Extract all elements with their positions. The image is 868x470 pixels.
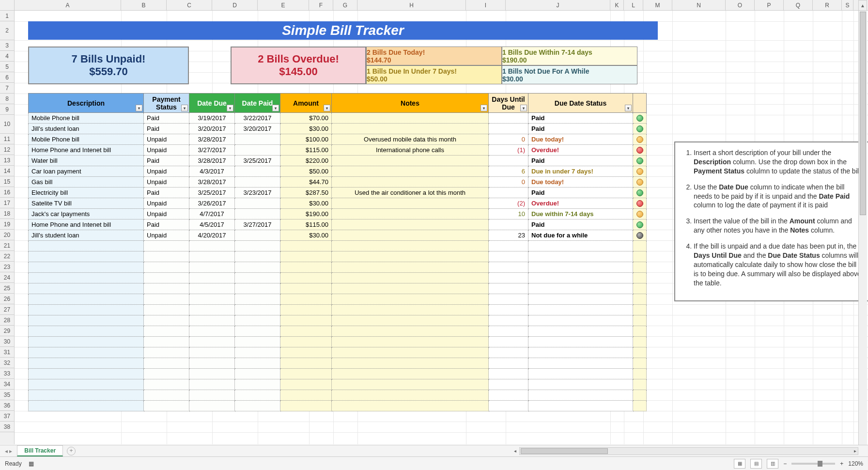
row-header-2[interactable]: 2	[0, 21, 14, 40]
row-header-13[interactable]: 13	[0, 155, 14, 166]
row-header-26[interactable]: 26	[0, 294, 14, 304]
row-header-4[interactable]: 4	[0, 51, 14, 62]
cell-description[interactable]: Electricity bill	[29, 188, 144, 198]
cell-status[interactable]: Not due for a while	[528, 230, 633, 241]
table-row-empty[interactable]	[29, 251, 647, 262]
table-row[interactable]: Car loan paymentUnpaid4/3/2017$50.006Due…	[29, 166, 647, 177]
row-header-19[interactable]: 19	[0, 219, 14, 230]
cell-status[interactable]: Due today!	[528, 134, 633, 145]
cell-date-due[interactable]: 4/5/2017	[189, 219, 235, 230]
column-header-O[interactable]: O	[726, 0, 755, 10]
cell-days-until-due[interactable]: 6	[489, 166, 528, 177]
cell-date-paid[interactable]	[235, 230, 280, 241]
row-header-6[interactable]: 6	[0, 72, 14, 83]
cell-status[interactable]: Paid	[528, 188, 633, 198]
row-header-1[interactable]: 1	[0, 11, 14, 21]
cell-date-paid[interactable]: 3/23/2017	[235, 188, 280, 198]
row-header-38[interactable]: 38	[0, 422, 14, 432]
cell-status[interactable]: Paid	[528, 113, 633, 124]
cell-date-due[interactable]: 4/7/2017	[189, 209, 235, 219]
cell-payment-status[interactable]: Unpaid	[144, 177, 189, 188]
cell-days-until-due[interactable]	[489, 188, 528, 198]
vertical-scrollbar[interactable]	[858, 11, 867, 445]
row-header-37[interactable]: 37	[0, 411, 14, 422]
cell-days-until-due[interactable]: 10	[489, 209, 528, 219]
cell-description[interactable]: Mobile Phone bill	[29, 113, 144, 124]
column-header-R[interactable]: R	[813, 0, 842, 10]
cell-notes[interactable]	[332, 113, 489, 124]
hscroll-right-arrow[interactable]: ▸	[851, 448, 859, 454]
cell-amount[interactable]: $100.00	[280, 134, 332, 145]
row-header-17[interactable]: 17	[0, 198, 14, 208]
cell-amount[interactable]: $30.00	[280, 124, 332, 134]
cell-date-due[interactable]: 4/3/2017	[189, 166, 235, 177]
hscroll-left-arrow[interactable]: ◂	[511, 448, 519, 454]
cell-date-due[interactable]: 3/28/2017	[189, 177, 235, 188]
cell-date-due[interactable]: 3/19/2017	[189, 113, 235, 124]
hscroll-thumb[interactable]	[521, 448, 608, 454]
table-row-empty[interactable]	[29, 273, 647, 283]
table-row[interactable]: Jill's student loanUnpaid4/20/2017$30.00…	[29, 230, 647, 241]
cell-notes[interactable]	[332, 230, 489, 241]
cell-days-until-due[interactable]	[489, 219, 528, 230]
cell-notes[interactable]	[332, 219, 489, 230]
sheet-tab-active[interactable]: Bill Tracker	[17, 445, 63, 456]
row-header-30[interactable]: 30	[0, 336, 14, 347]
row-header-34[interactable]: 34	[0, 379, 14, 390]
table-row[interactable]: Mobile Phone billUnpaid3/28/2017$100.00O…	[29, 134, 647, 145]
header-description[interactable]: Description▾	[29, 94, 144, 113]
view-page-break-icon[interactable]: ▥	[767, 459, 778, 469]
table-row[interactable]: Gas billUnpaid3/28/2017$44.700Due today!	[29, 177, 647, 188]
cell-days-until-due[interactable]: (2)	[489, 198, 528, 209]
row-header-20[interactable]: 20	[0, 230, 14, 240]
header-payment-status[interactable]: Payment Status▾	[144, 94, 189, 113]
cell-days-until-due[interactable]	[489, 156, 528, 166]
cell-payment-status[interactable]: Unpaid	[144, 166, 189, 177]
cell-days-until-due[interactable]	[489, 124, 528, 134]
cell-notes[interactable]	[332, 156, 489, 166]
cell-status[interactable]: Overdue!	[528, 198, 633, 209]
table-row-empty[interactable]	[29, 390, 647, 401]
filter-icon[interactable]: ▾	[181, 105, 188, 111]
cell-amount[interactable]: $30.00	[280, 198, 332, 209]
cell-status[interactable]: Paid	[528, 219, 633, 230]
cell-description[interactable]: Home Phone and Intenet bill	[29, 219, 144, 230]
macro-recorder-icon[interactable]: ▦	[29, 460, 34, 467]
cell-amount[interactable]: $190.00	[280, 209, 332, 219]
filter-icon[interactable]: ▾	[480, 105, 487, 111]
cell-description[interactable]: Mobile Phone bill	[29, 134, 144, 145]
cell-payment-status[interactable]: Paid	[144, 219, 189, 230]
column-header-F[interactable]: F	[309, 0, 333, 10]
cell-status[interactable]: Overdue!	[528, 145, 633, 156]
row-header-36[interactable]: 36	[0, 400, 14, 411]
filter-icon[interactable]: ▾	[227, 105, 233, 111]
table-row-empty[interactable]	[29, 379, 647, 390]
cell-amount[interactable]: $50.00	[280, 166, 332, 177]
new-sheet-button[interactable]: +	[67, 447, 76, 455]
cell-status[interactable]: Due today!	[528, 177, 633, 188]
select-all-corner[interactable]	[0, 0, 15, 10]
row-header-35[interactable]: 35	[0, 390, 14, 400]
column-header-M[interactable]: M	[643, 0, 672, 10]
table-row-empty[interactable]	[29, 358, 647, 369]
table-row-empty[interactable]	[29, 241, 647, 251]
row-header-5[interactable]: 5	[0, 62, 14, 72]
row-header-25[interactable]: 25	[0, 283, 14, 294]
cell-status[interactable]: Paid	[528, 156, 633, 166]
cell-date-paid[interactable]	[235, 198, 280, 209]
column-header-L[interactable]: L	[624, 0, 643, 10]
cell-amount[interactable]: $220.00	[280, 156, 332, 166]
row-header-23[interactable]: 23	[0, 262, 14, 272]
column-header-H[interactable]: H	[357, 0, 466, 10]
table-row-empty[interactable]	[29, 294, 647, 305]
filter-icon[interactable]: ▾	[272, 105, 279, 111]
row-header-11[interactable]: 11	[0, 134, 14, 144]
cell-payment-status[interactable]: Unpaid	[144, 230, 189, 241]
cell-payment-status[interactable]: Paid	[144, 188, 189, 198]
table-row[interactable]: Home Phone and Intenet billPaid4/5/20173…	[29, 219, 647, 230]
table-row[interactable]: Jack's car lpaymentsUnpaid4/7/2017$190.0…	[29, 209, 647, 219]
cell-days-until-due[interactable]: 0	[489, 134, 528, 145]
cell-description[interactable]: Jack's car lpayments	[29, 209, 144, 219]
cell-description[interactable]: Car loan payment	[29, 166, 144, 177]
row-header-3[interactable]: 3	[0, 40, 14, 51]
